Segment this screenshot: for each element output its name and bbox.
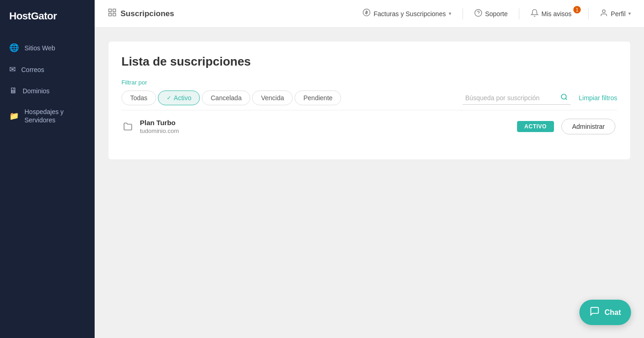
chat-label: Chat xyxy=(604,308,621,317)
globe-icon: 🌐 xyxy=(9,43,19,53)
folder-icon: 📁 xyxy=(9,111,19,121)
svg-line-9 xyxy=(566,98,567,100)
divider xyxy=(588,8,589,19)
sidebar-item-sitios-web[interactable]: 🌐 Sitios Web xyxy=(0,37,95,59)
svg-rect-3 xyxy=(109,13,112,16)
chat-button[interactable]: Chat xyxy=(579,300,631,325)
divider xyxy=(463,8,463,19)
user-icon xyxy=(600,9,608,18)
dollar-circle-icon xyxy=(362,8,371,19)
topnav-soporte[interactable]: Soporte xyxy=(474,9,508,18)
content-area: Lista de suscripciones Filtrar por Todas… xyxy=(95,28,644,338)
search-box[interactable] xyxy=(463,91,571,105)
search-icon xyxy=(560,93,568,103)
status-badge: ACTIVO xyxy=(517,121,554,132)
table-row: Plan Turbo tudominio.com ACTIVO Administ… xyxy=(121,110,617,143)
question-circle-icon xyxy=(474,9,482,18)
subscription-actions: Administrar xyxy=(561,119,615,134)
filter-pendiente[interactable]: Pendiente xyxy=(295,91,341,105)
filter-vencida[interactable]: Vencida xyxy=(252,91,293,105)
sidebar: HostGator 🌐 Sitios Web ✉ Correos 🖥 Domin… xyxy=(0,0,95,338)
chevron-down-icon: ▾ xyxy=(628,11,631,17)
page-title-text: Suscripciones xyxy=(120,9,174,18)
sidebar-nav: 🌐 Sitios Web ✉ Correos 🖥 Dominios 📁 Hosp… xyxy=(0,32,95,135)
brand-logo: HostGator xyxy=(0,0,95,32)
sidebar-item-correos[interactable]: ✉ Correos xyxy=(0,59,95,80)
main-area: Suscripciones Facturas y Suscripciones ▾… xyxy=(95,0,644,338)
topnav-facturas[interactable]: Facturas y Suscripciones ▾ xyxy=(362,8,451,19)
svg-point-7 xyxy=(602,10,605,12)
sidebar-item-label: Sitios Web xyxy=(24,44,55,52)
page-title-header: Suscripciones xyxy=(108,8,174,19)
clear-filters-link[interactable]: Limpiar filtros xyxy=(579,94,617,102)
svg-rect-1 xyxy=(113,9,116,12)
chat-icon xyxy=(590,306,600,319)
subscription-domain: tudominio.com xyxy=(140,127,510,134)
topnav-menu: Facturas y Suscripciones ▾ Soporte 1 Mis… xyxy=(362,8,631,19)
monitor-icon: 🖥 xyxy=(9,86,17,96)
sidebar-item-hospedajes[interactable]: 📁 Hospedajes yServidores xyxy=(0,102,95,130)
admin-button[interactable]: Administrar xyxy=(561,119,615,134)
sidebar-item-label: Hospedajes yServidores xyxy=(24,108,64,124)
filter-cancelada[interactable]: Cancelada xyxy=(202,91,250,105)
filter-activo[interactable]: ✓ Activo xyxy=(158,91,200,105)
subscription-info: Plan Turbo tudominio.com xyxy=(140,119,510,134)
avisos-label: Mis avisos xyxy=(542,10,572,18)
page-title: Lista de suscripciones xyxy=(121,54,617,69)
page-card: Lista de suscripciones Filtrar por Todas… xyxy=(108,42,630,159)
filter-activo-label: Activo xyxy=(174,94,191,102)
search-input[interactable] xyxy=(465,94,558,102)
sidebar-item-dominios[interactable]: 🖥 Dominios xyxy=(0,80,95,102)
svg-rect-0 xyxy=(109,9,112,12)
subscription-list: Plan Turbo tudominio.com ACTIVO Administ… xyxy=(121,110,617,143)
filter-label[interactable]: Filtrar por xyxy=(121,79,617,86)
folder-icon xyxy=(123,122,132,131)
chevron-down-icon: ▾ xyxy=(449,11,451,17)
soporte-label: Soporte xyxy=(485,10,508,18)
subscriptions-icon xyxy=(108,8,117,19)
subscription-name: Plan Turbo xyxy=(140,119,510,127)
notification-badge: 1 xyxy=(573,6,581,13)
perfil-label: Perfil xyxy=(611,10,626,18)
svg-rect-2 xyxy=(113,13,116,16)
topnav: Suscripciones Facturas y Suscripciones ▾… xyxy=(95,0,644,28)
topnav-avisos[interactable]: 1 Mis avisos xyxy=(530,9,577,18)
svg-point-8 xyxy=(561,94,566,99)
facturas-label: Facturas y Suscripciones xyxy=(373,10,445,18)
filter-todas[interactable]: Todas xyxy=(121,91,156,105)
filter-buttons: Todas ✓ Activo Cancelada Vencida Pendien… xyxy=(121,91,463,105)
topnav-perfil[interactable]: Perfil ▾ xyxy=(600,9,631,18)
divider xyxy=(519,8,519,19)
sidebar-item-label: Dominios xyxy=(23,87,49,95)
filter-section: Filtrar por Todas ✓ Activo Cancelada Ven… xyxy=(121,79,617,105)
mail-icon: ✉ xyxy=(9,65,16,74)
bell-icon xyxy=(530,9,539,18)
filter-right: Limpiar filtros xyxy=(463,91,617,105)
filter-row: Todas ✓ Activo Cancelada Vencida Pendien… xyxy=(121,91,617,105)
check-icon: ✓ xyxy=(167,95,171,101)
sidebar-item-label: Correos xyxy=(21,66,44,73)
